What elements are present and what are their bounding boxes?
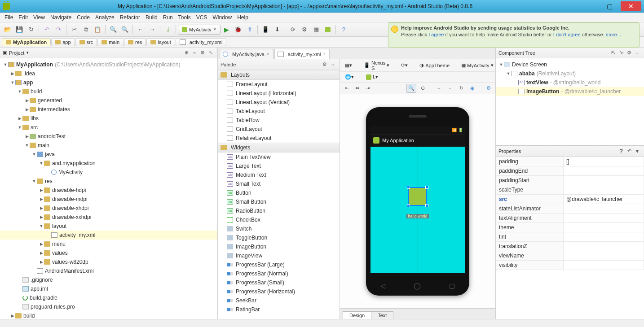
property-row[interactable]: stateListAnimator [496, 204, 644, 214]
property-row[interactable]: padding[] [496, 157, 644, 166]
hide-icon[interactable]: ⤡ [207, 50, 215, 56]
palette-item[interactable]: ProgressBar (Large) [218, 260, 340, 269]
ctree-hide-icon[interactable]: ← [633, 50, 641, 56]
align-left-icon[interactable]: ⇤ [342, 84, 352, 93]
property-row[interactable]: paddingStart [496, 176, 644, 185]
replace-icon[interactable]: 🔍 [119, 24, 130, 35]
menu-analyze[interactable]: Analyze [93, 13, 117, 22]
menu-view[interactable]: View [31, 13, 48, 22]
cut-icon[interactable]: ✂ [69, 24, 79, 35]
property-row[interactable]: viewName [496, 251, 644, 261]
palette-item[interactable]: ProgressBar (Small) [218, 278, 340, 287]
menu-run[interactable]: Run [160, 13, 176, 22]
image-button-widget[interactable] [409, 188, 426, 205]
crumb-root[interactable]: MyApplication [2, 38, 51, 46]
avd-manager-icon[interactable]: 📱 [260, 24, 271, 35]
forward-icon[interactable]: → [147, 24, 158, 35]
menu-tools[interactable]: Tools [176, 13, 194, 22]
crumb-file[interactable]: activity_my.xml [176, 38, 227, 46]
settings-icon[interactable]: ⚙ [198, 50, 207, 56]
menu-refactor[interactable]: Refactor [117, 13, 143, 22]
align-right-icon[interactable]: ⇥ [362, 84, 372, 93]
layout-canvas[interactable]: 📶🔋 My Application hello world ◁◯▢ [340, 94, 495, 308]
project-structure-icon[interactable]: ⚙ [299, 24, 310, 35]
paste-icon[interactable]: 📋 [92, 24, 103, 35]
crumb-main[interactable]: main [97, 38, 124, 46]
close-icon[interactable]: × [323, 52, 326, 57]
find-icon[interactable]: 🔍 [108, 24, 119, 35]
device-screen[interactable]: 📶🔋 My Application hello world [371, 126, 465, 273]
window-minimize-button[interactable]: — [578, 1, 598, 11]
palette-item[interactable]: LinearLayout (Horizontal) [218, 89, 340, 98]
textview-widget[interactable]: hello world [406, 214, 429, 218]
palette-item[interactable]: Switch [218, 224, 340, 233]
palette-item[interactable]: ProgressBar (Normal) [218, 269, 340, 278]
tip-more-link[interactable]: more... [606, 32, 621, 37]
refresh-icon[interactable]: ↻ [456, 84, 466, 93]
menu-file[interactable]: File [2, 13, 16, 22]
property-row[interactable]: tint [496, 232, 644, 242]
collapse-all-icon[interactable]: ≡ [190, 50, 198, 56]
property-row[interactable]: theme [496, 223, 644, 232]
palette-item[interactable]: OKSmall Button [218, 197, 340, 206]
menu-edit[interactable]: Edit [16, 13, 31, 22]
ddms-icon[interactable]: ▦ [311, 24, 322, 35]
palette-item[interactable]: TableRow [218, 116, 340, 125]
copy-icon[interactable]: ⧉ [80, 24, 91, 35]
palette-cat-widgets[interactable]: Widgets [218, 143, 340, 153]
palette-item[interactable]: FrameLayout [218, 80, 340, 89]
palette-item[interactable]: ImageButton [218, 242, 340, 251]
menu-window[interactable]: Window [210, 13, 234, 22]
device-dropdown[interactable]: 📱 Nexus S▾ [361, 59, 393, 72]
ctree-selected[interactable]: imageButton- @drawable/ic_launcher [496, 87, 644, 96]
tab-xml[interactable]: activity_my.xml× [274, 49, 330, 59]
property-row[interactable]: src@drawable/ic_launcher [496, 195, 644, 204]
palette-item[interactable]: OKRadioButton [218, 206, 340, 215]
api-dropdown[interactable]: L▾ [363, 73, 381, 81]
open-icon[interactable]: 📂 [2, 24, 13, 35]
crumb-layout[interactable]: layout [146, 38, 175, 46]
properties-table[interactable]: padding[]paddingEndpaddingStartscaleType… [496, 157, 644, 319]
ctree-settings-icon[interactable]: ⚙ [625, 50, 633, 56]
undo-icon[interactable]: ↶ [41, 24, 52, 35]
back-icon[interactable]: ← [135, 24, 146, 35]
debug-button[interactable]: 🐞 [233, 24, 243, 35]
design-mode-dropdown[interactable]: ▦▾ [342, 61, 355, 70]
align-center-icon[interactable]: ⇔ [352, 84, 362, 93]
palette-cat-layouts[interactable]: Layouts [218, 70, 340, 80]
palette-item[interactable]: GridLayout [218, 125, 340, 134]
project-tree[interactable]: ▼MyApplication(C:\Users\And\AndroidStudi… [0, 58, 217, 319]
tab-design[interactable]: Design [343, 311, 371, 319]
palette-item[interactable]: ImageView [218, 251, 340, 260]
theme-dropdown[interactable]: ◑ AppTheme [416, 61, 453, 70]
palette-item[interactable]: RelativeLayout [218, 134, 340, 143]
crumb-app[interactable]: app [51, 38, 75, 46]
palette-item[interactable]: AbSmall Text [218, 179, 340, 188]
palette-item[interactable]: LinearLayout (Vertical) [218, 98, 340, 107]
tree-selected-file[interactable]: activity_my.xml [0, 231, 217, 240]
palette-settings-icon[interactable]: ⚙ [321, 61, 329, 67]
property-row[interactable]: paddingEnd [496, 166, 644, 176]
run-button[interactable]: ▶ [221, 24, 232, 35]
property-row[interactable]: scaleType [496, 185, 644, 195]
palette-item[interactable]: TableLayout [218, 107, 340, 116]
palette-hide-icon[interactable]: → [329, 62, 337, 67]
palette-item[interactable]: SeekBar [218, 296, 340, 305]
property-row[interactable]: translationZ [496, 242, 644, 251]
zoom-reset-icon[interactable]: ⊙ [418, 84, 428, 93]
redo-icon[interactable]: ↷ [53, 24, 64, 35]
attach-debugger-icon[interactable]: ⇪ [244, 24, 255, 35]
render-settings-icon[interactable]: ⚙ [484, 84, 494, 93]
screenshot-icon[interactable]: ◉ [468, 84, 477, 93]
crumb-res[interactable]: res [124, 38, 146, 46]
props-undo-icon[interactable]: ↶ [625, 148, 633, 154]
help-icon[interactable]: ? [338, 24, 349, 35]
palette-item[interactable]: AbMedium Text [218, 170, 340, 179]
orientation-dropdown[interactable]: ⟳▾ [398, 61, 411, 70]
props-help-icon[interactable]: ? [617, 148, 625, 155]
palette-item[interactable]: ProgressBar (Horizontal) [218, 287, 340, 296]
expand-all-icon[interactable]: ⇱ [609, 50, 617, 56]
property-row[interactable]: visibility [496, 261, 644, 270]
crumb-src[interactable]: src [75, 38, 97, 46]
palette-item[interactable]: OKButton [218, 188, 340, 197]
